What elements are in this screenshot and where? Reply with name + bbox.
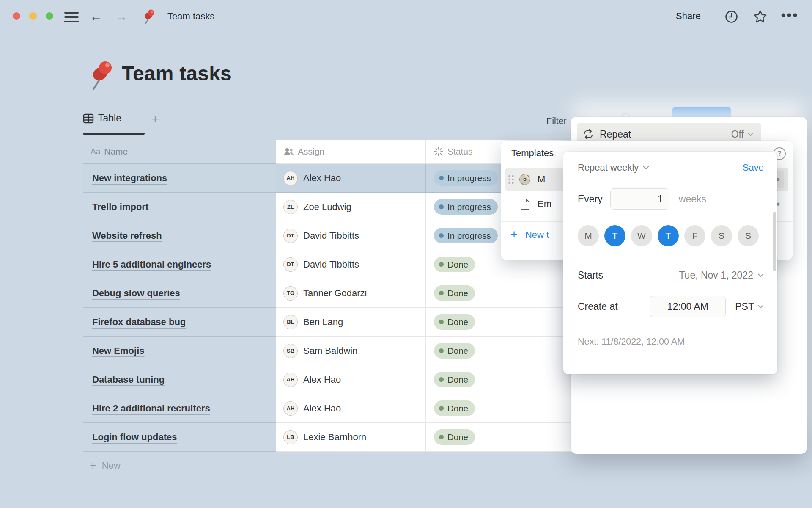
zoom-window-button[interactable] [46, 12, 53, 20]
repeat-settings-popup: Repeat weekly Save Every 1 weeks M T W T… [563, 152, 777, 374]
active-tab-underline [83, 133, 145, 135]
avatar: BL [283, 315, 298, 329]
ellipsis-icon[interactable] [781, 13, 798, 18]
add-row-button[interactable]: + New [83, 452, 731, 480]
task-name[interactable]: Hire 2 additional recruiters [92, 403, 210, 414]
weekday-toggle[interactable]: T [604, 225, 625, 246]
weekday-toggle[interactable]: S [711, 225, 732, 246]
create-time-input[interactable]: 12:00 AM [650, 296, 726, 317]
weekday-toggle[interactable]: M [578, 225, 599, 246]
avatar: AH [283, 401, 298, 416]
text-Aa-icon: Aa [91, 147, 100, 156]
disc-icon [519, 174, 531, 185]
timezone-dropdown[interactable]: PST [735, 301, 764, 312]
avatar: DT [283, 229, 298, 243]
templates-title: Templates [511, 148, 554, 159]
repeat-property-value[interactable]: Off [731, 129, 754, 140]
status-badge[interactable]: Done [434, 343, 475, 359]
frequency-dropdown[interactable]: Repeat weekly [578, 162, 649, 173]
save-button[interactable]: Save [743, 162, 764, 173]
assignee-name: Tanner Godarzi [303, 288, 367, 299]
assignee-name: Ben Lang [303, 317, 343, 328]
new-template-button[interactable]: + New t [510, 228, 549, 242]
table-view-icon [83, 113, 94, 124]
filter-button[interactable]: Filter [546, 116, 567, 127]
tab-table[interactable]: Table [83, 113, 121, 124]
pin-icon [142, 8, 156, 25]
status-badge[interactable]: Done [434, 285, 475, 301]
status-dot [439, 406, 444, 411]
divider [563, 327, 777, 327]
avatar: ZL [283, 200, 298, 214]
next-occurrence-label: Next: 11/8/2022, 12:00 AM [578, 337, 764, 347]
status-dot [439, 435, 444, 439]
status-badge[interactable]: Done [434, 372, 475, 387]
back-arrow-icon[interactable]: ← [90, 8, 102, 25]
assignee-name: David Tibbitts [303, 259, 359, 270]
task-name[interactable]: Debug slow queries [92, 288, 180, 299]
create-at-label: Create at [578, 301, 618, 312]
start-date-dropdown[interactable]: Tue, Nov 1, 2022 [679, 270, 764, 281]
weekday-toggle[interactable]: W [631, 225, 652, 246]
task-name[interactable]: Hire 5 additional engineers [92, 259, 211, 270]
assignee-name: Sam Baldwin [303, 345, 357, 356]
share-button[interactable]: Share [676, 11, 701, 22]
weekday-toggle[interactable]: S [738, 225, 759, 246]
avatar: TG [283, 286, 298, 301]
column-header-assign[interactable]: Assign [276, 140, 426, 164]
assignee-name: Alex Hao [303, 374, 341, 385]
status-dot [439, 176, 444, 180]
status-badge[interactable]: Done [434, 257, 475, 272]
status-dot [439, 348, 444, 353]
status-dot [439, 262, 444, 267]
avatar: LB [283, 430, 298, 444]
task-name[interactable]: New Emojis [92, 345, 144, 356]
plus-icon: + [90, 461, 96, 470]
scrollbar-thumb[interactable] [773, 212, 776, 271]
status-badge[interactable]: Done [434, 429, 475, 445]
add-view-button[interactable]: + [151, 112, 159, 127]
clock-icon[interactable] [725, 10, 738, 23]
task-name[interactable]: Database tuning [92, 374, 165, 385]
status-dot [439, 377, 444, 382]
task-name[interactable]: Firefox database bug [92, 317, 186, 328]
avatar: AH [283, 171, 298, 185]
task-name[interactable]: Trello import [92, 202, 148, 213]
task-name[interactable]: Website refresh [92, 230, 162, 241]
status-dot [439, 320, 444, 324]
status-burst-icon [433, 146, 444, 157]
template-name: Em [538, 199, 551, 210]
minimize-window-button[interactable] [29, 12, 37, 20]
task-name[interactable]: New integrations [92, 173, 167, 184]
drag-handle-icon[interactable] [508, 175, 515, 184]
status-badge[interactable]: In progress [434, 228, 498, 243]
weekday-toggle[interactable]: T [658, 225, 679, 246]
menu-icon[interactable] [64, 12, 79, 22]
avatar: SB [283, 344, 298, 358]
status-badge[interactable]: Done [434, 314, 475, 330]
column-header-name[interactable]: Aa Name [83, 140, 276, 164]
template-name: M [538, 174, 545, 185]
status-badge[interactable]: In progress [434, 199, 498, 215]
star-icon[interactable] [753, 9, 768, 24]
assignee-name: Zoe Ludwig [303, 202, 351, 213]
every-label: Every [578, 193, 603, 205]
assignee-name: Alex Hao [303, 403, 341, 414]
interval-input[interactable]: 1 [610, 188, 669, 210]
repeat-property-label: Repeat [600, 129, 725, 140]
status-dot [439, 291, 444, 295]
interval-unit-label: weeks [679, 193, 706, 205]
plus-icon: + [510, 228, 518, 242]
status-badge[interactable]: In progress [434, 170, 498, 186]
weekday-toggle[interactable]: F [684, 225, 705, 246]
window-title: Team tasks [167, 11, 214, 22]
status-badge[interactable]: Done [434, 400, 475, 416]
task-name[interactable]: Login flow updates [92, 432, 177, 443]
page-icon [519, 198, 531, 210]
assignee-name: Alex Hao [303, 173, 341, 184]
close-window-button[interactable] [13, 12, 20, 20]
page-emoji-pin-icon[interactable] [87, 59, 118, 91]
page-title[interactable]: Team tasks [122, 62, 232, 85]
assignee-name: David Tibbitts [303, 230, 359, 241]
forward-arrow-icon: → [115, 8, 128, 25]
